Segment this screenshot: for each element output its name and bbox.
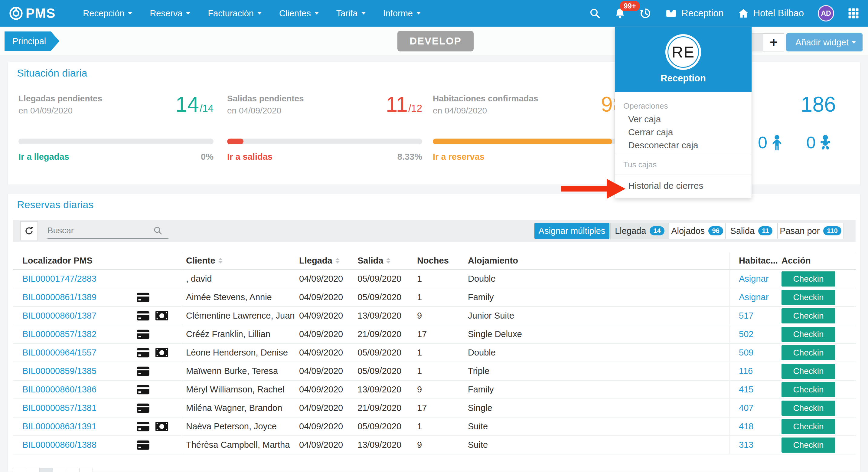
room-link[interactable]: 418	[739, 421, 753, 432]
header-accommodation[interactable]: Alojamiento	[464, 252, 729, 269]
locator-link[interactable]: BIL00000860/1387	[22, 311, 96, 321]
room-link[interactable]: Asignar	[739, 292, 769, 302]
sort-icon[interactable]	[218, 258, 223, 264]
room-link[interactable]: 415	[739, 385, 753, 394]
filter-salida[interactable]: Salida 11	[725, 223, 778, 239]
menu-divider	[615, 154, 751, 154]
page-box[interactable]	[13, 468, 26, 472]
apps-grid-button[interactable]	[848, 8, 859, 19]
menu-item-desconectar-caja[interactable]: Desconectar caja	[628, 140, 698, 150]
client-cell: Méryl Williamson, Rachel	[182, 381, 295, 399]
nights-cell: 17	[413, 325, 464, 343]
table-row: BIL00000860/1388 Thérèsa Campbell, Marth…	[13, 436, 856, 454]
checkin-button[interactable]: Checkin	[781, 271, 835, 287]
add-dashboard-button[interactable]: +	[763, 33, 784, 52]
header-room[interactable]: Habitac...	[729, 252, 778, 269]
menu-item-cerrar-caja[interactable]: Cerrar caja	[628, 127, 673, 137]
header-locator[interactable]: Localizador PMS	[13, 252, 182, 269]
departure-cell: 21/09/2020	[353, 399, 413, 417]
locator-cell: BIL00000964/1557	[13, 344, 182, 361]
chevron-down-icon	[186, 12, 190, 14]
checkin-button[interactable]: Checkin	[781, 364, 835, 379]
room-link[interactable]: 116	[739, 366, 753, 376]
menu-reserva[interactable]: Reserva	[141, 0, 199, 27]
locator-link[interactable]: BIL00001747/2883	[22, 274, 96, 284]
page-box[interactable]	[80, 468, 93, 472]
nights-cell: 9	[413, 436, 464, 454]
payment-icons	[136, 440, 150, 450]
page-box[interactable]	[26, 468, 40, 472]
go-to-reservations-link[interactable]: Ir a reservas	[433, 152, 485, 162]
room-link[interactable]: Asignar	[739, 274, 769, 284]
pms-dashboard: PMS Recepción Reserva Facturación Client…	[0, 0, 868, 472]
assign-multiple-button[interactable]: Asignar múltiples	[534, 223, 610, 239]
menu-informe[interactable]: Informe	[374, 0, 430, 27]
header-departure[interactable]: Salida	[353, 252, 413, 269]
locator-link[interactable]: BIL00000860/1388	[22, 440, 96, 450]
llegada-count-badge: 14	[650, 226, 664, 235]
filter-pasan-por[interactable]: Pasan por 110	[778, 223, 844, 239]
go-to-arrivals-link[interactable]: Ir a llegadas	[19, 152, 69, 162]
room-link[interactable]: 509	[739, 348, 753, 358]
header-arrival[interactable]: Llegada	[295, 252, 353, 269]
room-link[interactable]: 407	[739, 403, 753, 413]
sort-icon[interactable]	[386, 258, 391, 264]
room-cell: 502	[729, 325, 778, 343]
room-link[interactable]: 502	[739, 329, 753, 339]
user-avatar[interactable]: AD	[818, 5, 834, 22]
hotel-selector-button[interactable]: Hotel Bilbao	[738, 7, 804, 19]
locator-link[interactable]: BIL00000857/1381	[22, 403, 96, 413]
checkin-button[interactable]: Checkin	[781, 308, 835, 323]
checkin-button[interactable]: Checkin	[781, 401, 835, 416]
page-box[interactable]	[40, 468, 53, 472]
menu-item-historial-de-cierres[interactable]: Historial de cierres	[628, 181, 703, 191]
menu-recepcion[interactable]: Recepción	[74, 0, 141, 27]
room-link[interactable]: 517	[739, 311, 753, 321]
room-cell: Asignar	[729, 270, 778, 288]
menu-facturacion[interactable]: Facturación	[199, 0, 270, 27]
search-icon	[153, 226, 162, 235]
go-to-departures-link[interactable]: Ir a salidas	[227, 152, 273, 162]
credit-card-icon	[136, 292, 150, 303]
locator-link[interactable]: BIL00000860/1386	[22, 385, 96, 394]
checkin-button[interactable]: Checkin	[781, 438, 835, 453]
checkin-button[interactable]: Checkin	[781, 382, 835, 397]
pms-logo[interactable]: PMS	[9, 6, 55, 21]
breadcrumb[interactable]: Principal	[4, 31, 59, 51]
cash-register-menu-button[interactable]: Reception	[665, 7, 724, 19]
locator-link[interactable]: BIL00000863/1391	[22, 421, 96, 432]
notifications-button[interactable]: 99+	[614, 7, 626, 19]
header-client[interactable]: Cliente	[182, 252, 295, 269]
refresh-button[interactable]	[20, 222, 38, 240]
room-link[interactable]: 313	[739, 440, 753, 450]
search-button[interactable]	[589, 8, 600, 19]
nights-cell: 17	[413, 399, 464, 417]
search-input[interactable]	[48, 226, 153, 235]
history-button[interactable]	[640, 7, 651, 19]
menu-item-ver-caja[interactable]: Ver caja	[628, 114, 661, 124]
checkin-button[interactable]: Checkin	[781, 419, 835, 434]
nights-cell: 1	[413, 362, 464, 380]
checkin-button[interactable]: Checkin	[781, 345, 835, 360]
locator-link[interactable]: BIL00000964/1557	[22, 348, 96, 358]
table-header-row: Localizador PMS Cliente Llegada Salida N…	[13, 252, 856, 270]
checkin-button[interactable]: Checkin	[781, 327, 835, 342]
page-box[interactable]	[53, 468, 66, 472]
menu-clientes[interactable]: Clientes	[270, 0, 328, 27]
page-box[interactable]	[66, 468, 80, 472]
sort-icon[interactable]	[335, 258, 340, 264]
departure-cell: 21/09/2020	[353, 325, 413, 343]
babies-count: 0	[806, 132, 832, 152]
action-cell: Checkin	[778, 399, 856, 417]
arrival-cell: 04/09/2020	[295, 381, 353, 399]
credit-card-icon	[136, 384, 150, 395]
filter-llegada[interactable]: Llegada 14	[610, 223, 669, 239]
filter-alojados[interactable]: Alojados 96	[669, 223, 725, 239]
locator-link[interactable]: BIL00000859/1385	[22, 366, 96, 376]
locator-link[interactable]: BIL00000861/1389	[22, 292, 96, 302]
locator-link[interactable]: BIL00000857/1382	[22, 329, 96, 339]
header-nights[interactable]: Noches	[413, 252, 464, 269]
add-widget-button[interactable]: Añadir widget	[786, 33, 863, 52]
menu-tarifa[interactable]: Tarifa	[328, 0, 374, 27]
checkin-button[interactable]: Checkin	[781, 290, 835, 305]
